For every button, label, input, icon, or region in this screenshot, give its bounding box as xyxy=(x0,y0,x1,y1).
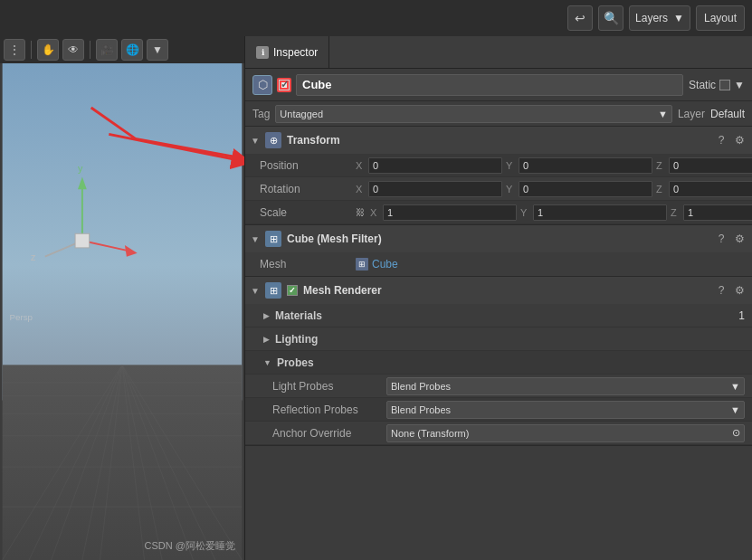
object-name-input[interactable] xyxy=(296,74,683,96)
lock-scale-icon[interactable]: ⛓ xyxy=(356,207,365,217)
main-layout: ⋮ ✋ 👁 🎥 🌐 ▼ xyxy=(0,36,752,560)
transform-component: ▼ ⊕ Transform ? ⚙ Position X xyxy=(245,127,752,225)
hand-tool-icon[interactable]: ✋ xyxy=(37,39,59,61)
layout-dropdown[interactable]: Layout xyxy=(696,5,745,31)
scale-y-input[interactable] xyxy=(533,204,667,221)
transform-help-icon[interactable]: ? xyxy=(714,133,728,147)
position-y-input[interactable] xyxy=(519,157,652,174)
static-dropdown-icon[interactable]: ▼ xyxy=(734,79,745,91)
rotation-y-pair: Y xyxy=(506,181,652,197)
reflection-probes-dropdown[interactable]: Blend Probes ▼ xyxy=(386,401,745,419)
layers-label: Layers xyxy=(635,12,668,24)
inspector-tab-label: Inspector xyxy=(273,46,318,59)
more-options-icon[interactable]: ⋮ xyxy=(4,39,25,61)
mesh-renderer-title: Mesh Renderer xyxy=(303,284,709,297)
position-x-pair: X xyxy=(356,157,502,174)
scene-canvas[interactable]: y z Persp xyxy=(0,63,244,560)
materials-label: Materials xyxy=(275,309,322,322)
tag-dropdown[interactable]: Untagged ▼ xyxy=(275,105,672,123)
active-checkbox[interactable]: ✓ xyxy=(278,79,290,91)
mesh-value-icon: ⊞ xyxy=(356,258,368,271)
materials-arrow-icon: ▶ xyxy=(263,311,270,320)
inspector-tab-icon: ℹ xyxy=(256,46,269,59)
mesh-renderer-arrow-icon: ▼ xyxy=(251,286,260,296)
position-x-input[interactable] xyxy=(368,157,502,174)
sz-label: Z xyxy=(671,207,681,218)
mesh-renderer-check-icon: ✓ xyxy=(289,286,296,295)
scene-svg: y z Persp xyxy=(0,63,244,560)
mesh-filter-title: Cube (Mesh Filter) xyxy=(287,233,709,245)
scene-view: ⋮ ✋ 👁 🎥 🌐 ▼ xyxy=(0,36,244,560)
eye-tool-icon[interactable]: 👁 xyxy=(62,39,84,61)
object-icon: ⬡ xyxy=(252,75,272,95)
mesh-row: Mesh ⊞ Cube xyxy=(245,252,752,276)
rotation-label: Rotation xyxy=(260,183,350,195)
rotation-y-input[interactable] xyxy=(519,181,652,197)
layout-label: Layout xyxy=(704,12,737,24)
rz-label: Z xyxy=(656,184,667,195)
scale-x-input[interactable] xyxy=(383,204,517,221)
static-checkbox[interactable] xyxy=(719,80,730,90)
materials-item[interactable]: ▶ Materials 1 xyxy=(245,304,752,327)
scale-z-input[interactable] xyxy=(683,204,752,221)
tag-layer-row: Tag Untagged ▼ Layer Default xyxy=(245,101,752,127)
mesh-filter-help-icon[interactable]: ? xyxy=(714,232,728,246)
mesh-value-text: Cube xyxy=(372,258,398,271)
tag-chevron-icon: ▼ xyxy=(658,109,668,119)
scale-label: Scale xyxy=(260,206,350,219)
rotation-x-pair: X xyxy=(356,181,502,197)
mesh-filter-settings-icon[interactable]: ⚙ xyxy=(732,232,747,246)
rotation-x-input[interactable] xyxy=(368,181,502,197)
scale-y-pair: Y xyxy=(520,204,667,221)
transform-settings-icon[interactable]: ⚙ xyxy=(732,133,747,147)
x-label: X xyxy=(356,160,366,171)
mesh-filter-icon: ⊞ xyxy=(265,231,281,247)
tab-inspector[interactable]: ℹ Inspector xyxy=(245,36,329,68)
transform-header[interactable]: ▼ ⊕ Transform ? ⚙ xyxy=(245,127,752,154)
mesh-renderer-component: ▼ ⊞ ✓ Mesh Renderer ? ⚙ ▶ Materials 1 xyxy=(245,277,752,446)
reflection-probes-label: Reflection Probes xyxy=(272,403,381,416)
mesh-renderer-help-icon[interactable]: ? xyxy=(714,283,728,298)
position-label: Position xyxy=(260,159,350,172)
sx-label: X xyxy=(370,207,381,218)
top-bar: ↩ 🔍 Layers ▼ Layout xyxy=(0,0,752,36)
tag-value: Untagged xyxy=(280,109,323,119)
probes-item[interactable]: ▼ Probes xyxy=(245,351,752,375)
anchor-override-label: Anchor Override xyxy=(272,427,381,440)
anchor-override-dropdown[interactable]: None (Transform) ⊙ xyxy=(386,424,745,442)
mesh-filter-header[interactable]: ▼ ⊞ Cube (Mesh Filter) ? ⚙ xyxy=(245,225,752,252)
toolbar-divider2 xyxy=(90,41,90,59)
mesh-renderer-settings-icon[interactable]: ⚙ xyxy=(732,283,747,298)
layers-chevron-icon: ▼ xyxy=(673,12,684,24)
reflection-probes-value: Blend Probes xyxy=(391,404,451,415)
lighting-item[interactable]: ▶ Lighting xyxy=(245,327,752,351)
svg-text:y: y xyxy=(78,163,83,174)
object-header: ⬡ ✓ Static ▼ xyxy=(245,69,752,101)
inspector-body[interactable]: ⬡ ✓ Static ▼ Tag Untagged ▼ Layer xyxy=(245,69,752,560)
mesh-renderer-header[interactable]: ▼ ⊞ ✓ Mesh Renderer ? ⚙ xyxy=(245,277,752,304)
scale-x-pair: X xyxy=(370,204,517,221)
history-icon[interactable]: ↩ xyxy=(567,5,593,31)
position-z-input[interactable] xyxy=(669,157,752,174)
scene-toolbar: ⋮ ✋ 👁 🎥 🌐 ▼ xyxy=(0,36,244,63)
mesh-renderer-buttons: ? ⚙ xyxy=(714,283,747,298)
mesh-value: ⊞ Cube xyxy=(356,258,398,271)
mesh-renderer-checkbox[interactable]: ✓ xyxy=(287,285,298,296)
light-probes-chevron-icon: ▼ xyxy=(730,381,740,392)
search-icon[interactable]: 🔍 xyxy=(598,5,623,31)
layers-dropdown[interactable]: Layers ▼ xyxy=(629,5,690,31)
light-probes-label: Light Probes xyxy=(272,380,381,393)
chevron-down-icon[interactable]: ▼ xyxy=(147,39,168,61)
scale-z-pair: Z xyxy=(671,204,752,221)
anchor-override-circle-icon: ⊙ xyxy=(732,427,740,439)
reflection-probes-chevron-icon: ▼ xyxy=(730,404,740,415)
globe-tool-icon[interactable]: 🌐 xyxy=(121,39,143,61)
light-probes-dropdown[interactable]: Blend Probes ▼ xyxy=(386,377,745,395)
camera-tool-icon[interactable]: 🎥 xyxy=(96,39,118,61)
transform-buttons: ? ⚙ xyxy=(714,133,747,147)
light-probes-value: Blend Probes xyxy=(391,381,451,392)
scale-row: Scale ⛓ X Y Z xyxy=(245,201,752,224)
static-section: Static ▼ xyxy=(689,79,745,91)
lighting-label: Lighting xyxy=(275,333,318,346)
rotation-z-input[interactable] xyxy=(669,181,752,197)
